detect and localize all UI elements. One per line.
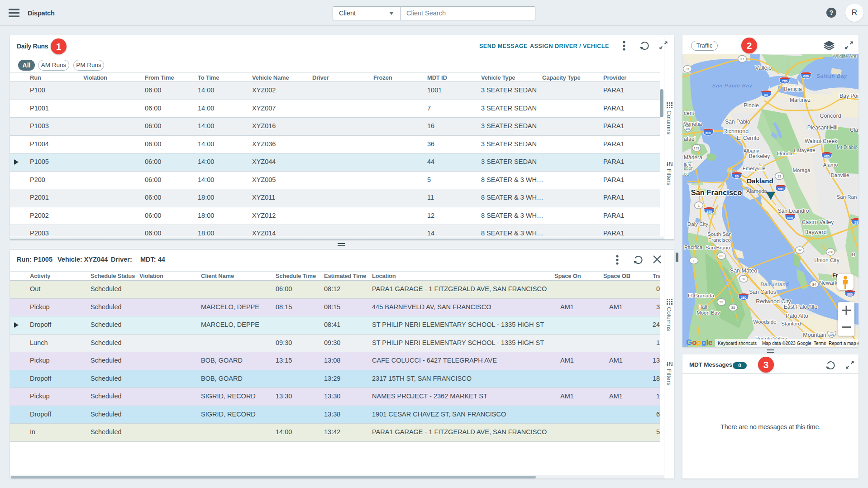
svg-text:Google: Google [686, 338, 713, 347]
svg-text:1: 1 [693, 259, 695, 263]
svg-text:80: 80 [764, 93, 768, 97]
svg-text:San Francisco: San Francisco [691, 188, 742, 197]
svg-text:780: 780 [782, 79, 787, 83]
svg-text:Alameda: Alameda [746, 188, 767, 194]
svg-text:Madera: Madera [684, 154, 702, 161]
svg-text:Terms: Terms [814, 341, 826, 346]
svg-text:El Cerrito: El Cerrito [737, 135, 759, 141]
svg-text:580: 580 [778, 187, 783, 191]
svg-text:Union City: Union City [814, 257, 839, 263]
svg-text:San Bruno: San Bruno [706, 245, 730, 250]
svg-text:Walnut Creek: Walnut Creek [805, 138, 838, 144]
svg-text:80: 80 [735, 174, 739, 178]
svg-text:Alamo: Alamo [823, 162, 838, 167]
svg-text:Danville: Danville [831, 172, 849, 178]
svg-text:South San: South San [707, 231, 732, 237]
svg-text:Castro Valley: Castro Valley [802, 219, 834, 225]
svg-text:Vallejo: Vallejo [755, 65, 772, 71]
svg-text:280: 280 [741, 296, 746, 300]
svg-text:Bay Poir: Bay Poir [839, 93, 858, 99]
svg-text:Pinole: Pinole [744, 102, 759, 109]
svg-text:Report a map error: Report a map error [829, 341, 858, 346]
svg-text:cent: cent [684, 110, 694, 116]
svg-text:Lafayette: Lafayette [794, 148, 815, 153]
svg-text:Oakland: Oakland [746, 177, 773, 185]
svg-text:101: 101 [829, 333, 835, 336]
svg-text:El Granada: El Granada [688, 293, 715, 298]
svg-text:Richmond: Richmond [723, 128, 749, 134]
svg-text:Keyboard shortcuts: Keyboard shortcuts [718, 341, 757, 346]
svg-text:San Pablo: San Pablo [725, 119, 750, 125]
svg-text:Daly City: Daly City [687, 221, 708, 227]
svg-text:Woodside: Woodside [754, 319, 777, 325]
svg-text:Venetia: Venetia [684, 121, 702, 127]
svg-text:13: 13 [777, 174, 781, 178]
svg-text:Benicia: Benicia [784, 86, 802, 92]
svg-text:680: 680 [803, 74, 809, 78]
svg-text:880: 880 [787, 216, 793, 220]
svg-text:1: 1 [698, 204, 700, 208]
svg-text:280: 280 [706, 210, 712, 214]
svg-text:Emeryville: Emeryville [743, 166, 766, 171]
svg-text:Clay: Clay [850, 127, 858, 133]
svg-text:37: 37 [686, 67, 689, 71]
svg-text:Mt Diablo: Mt Diablo [837, 144, 858, 150]
svg-text:B: B [852, 252, 855, 257]
svg-text:Moraga: Moraga [793, 167, 811, 173]
svg-text:238: 238 [828, 250, 833, 254]
svg-text:Map data ©2023 Google: Map data ©2023 Google [762, 341, 811, 346]
svg-text:92: 92 [720, 300, 723, 304]
svg-text:Suisun Bay: Suisun Bay [816, 73, 847, 79]
svg-text:58: 58 [854, 220, 858, 225]
svg-text:Half: Half [698, 304, 708, 310]
svg-text:92: 92 [798, 248, 801, 252]
svg-text:101: 101 [685, 127, 691, 130]
svg-text:Moon Bay: Moon Bay [696, 310, 720, 316]
svg-text:San Leandro: San Leandro [778, 208, 809, 214]
svg-text:San Mateo: San Mateo [730, 268, 757, 274]
svg-text:37: 37 [740, 57, 744, 61]
svg-text:Wildlife Are: Wildlife Are [833, 54, 857, 59]
svg-text:afael: afael [684, 136, 696, 142]
svg-text:82: 82 [720, 254, 723, 258]
svg-text:Concord: Concord [820, 113, 841, 119]
svg-text:Palo Alto: Palo Alto [786, 313, 808, 319]
svg-text:Orinda: Orinda [777, 151, 793, 156]
svg-text:Pacifica: Pacifica [684, 244, 703, 250]
svg-text:Martinez: Martinez [790, 97, 811, 103]
svg-text:35: 35 [731, 306, 735, 310]
svg-text:Pleasant Hill: Pleasant Hill [807, 124, 838, 131]
svg-text:92: 92 [742, 277, 745, 281]
svg-text:880: 880 [847, 292, 853, 297]
svg-text:84: 84 [812, 282, 816, 287]
svg-text:Newark: Newark [819, 280, 838, 286]
svg-text:San Carlos: San Carlos [749, 289, 776, 295]
svg-text:Bair Island: Bair Island [761, 282, 789, 287]
svg-text:131: 131 [694, 146, 699, 150]
svg-text:San Pablo Bay: San Pablo Bay [712, 83, 753, 88]
svg-text:lley: lley [684, 162, 692, 167]
svg-text:San Ran: San Ran [837, 194, 857, 200]
svg-text:Hayward: Hayward [804, 229, 826, 235]
svg-text:ea: ea [684, 172, 689, 177]
svg-text:Francisco: Francisco [708, 237, 731, 243]
svg-text:Mountain: Mountain [803, 332, 826, 338]
svg-text:Stanford: Stanford [781, 321, 801, 326]
svg-text:Berkeley: Berkeley [749, 153, 770, 159]
svg-text:680: 680 [824, 154, 830, 158]
svg-text:580: 580 [706, 131, 711, 135]
svg-text:East Palo Alto: East Palo Alto [784, 304, 818, 310]
